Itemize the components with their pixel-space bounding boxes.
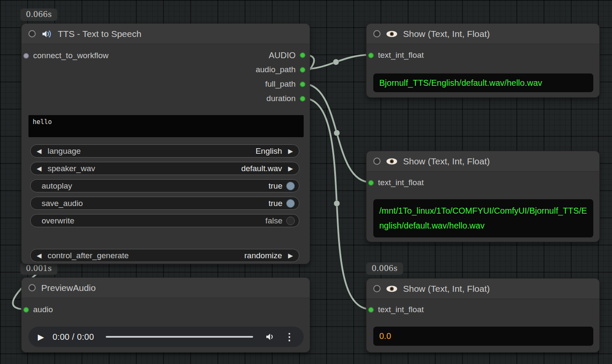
slot-label: AUDIO (269, 51, 296, 60)
input-slot-text-int-float[interactable]: text_int_float (368, 178, 424, 187)
widget-label: save_audio (42, 199, 83, 208)
node-header[interactable]: Show (Text, Int, Float) (367, 279, 599, 299)
eye-icon (386, 285, 398, 292)
output-slot-full-path[interactable]: full_path (265, 79, 305, 89)
eye-icon (386, 31, 398, 37)
collapse-dot[interactable] (373, 158, 381, 165)
timing-badge-preview-audio: 0.001s (20, 262, 57, 275)
output-dot-icon[interactable] (300, 67, 305, 73)
show-value-display: /mnt/1To_linux/1To/COMFYUI/ComfyUI/Bjorn… (373, 199, 593, 237)
output-dot-icon[interactable] (300, 53, 305, 58)
slot-label: text_int_float (378, 51, 424, 60)
output-slot-duration[interactable]: duration (266, 94, 305, 103)
node-show-audio-path[interactable]: Show (Text, Int, Float) text_int_float B… (366, 23, 600, 98)
player-menu-button[interactable]: ⋮ (285, 331, 294, 343)
output-slot-audio[interactable]: AUDIO (269, 51, 305, 60)
node-header[interactable]: Show (Text, Int, Float) (367, 151, 599, 172)
play-button[interactable]: ▶ (38, 332, 44, 342)
collapse-dot[interactable] (28, 284, 36, 291)
node-title: TTS - Text to Speech (58, 29, 141, 39)
node-title: Show (Text, Int, Float) (403, 284, 490, 294)
widget-value: default.wav (241, 164, 282, 173)
increment-arrow-icon[interactable]: ▶ (282, 252, 299, 260)
node-show-duration[interactable]: Show (Text, Int, Float) text_int_float 0… (366, 278, 600, 353)
slot-label: connect_to_workflow (33, 51, 108, 60)
slot-label: audio (33, 305, 53, 314)
node-show-full-path[interactable]: Show (Text, Int, Float) text_int_float /… (366, 151, 600, 242)
decrement-arrow-icon[interactable]: ◀ (31, 147, 48, 155)
widget-autoplay[interactable]: autoplay true (30, 179, 299, 192)
output-dot-icon[interactable] (300, 96, 305, 102)
collapse-dot[interactable] (373, 285, 381, 292)
output-dot-icon[interactable] (300, 82, 305, 87)
slot-label: text_int_float (378, 178, 424, 187)
node-preview-audio[interactable]: PreviewAudio audio ▶ 0:00 / 0:00 ⋮ (21, 277, 310, 353)
widget-control-after-generate[interactable]: ◀ control_after_generate randomize ▶ (30, 249, 299, 262)
collapse-dot[interactable] (28, 30, 36, 37)
input-slot-connect-to-workflow[interactable]: connect_to_workflow (23, 51, 108, 60)
timing-badge-show-duration: 0.006s (366, 262, 403, 275)
widget-value: randomize (244, 251, 282, 260)
slot-label: duration (266, 94, 296, 103)
show-value-display: Bjornulf_TTS/English/default.wav/hello.w… (373, 73, 593, 92)
link-midpoint-dot[interactable] (334, 200, 340, 206)
widget-value: English (256, 147, 282, 156)
decrement-arrow-icon[interactable]: ◀ (31, 252, 48, 260)
input-dot-icon[interactable] (368, 53, 374, 58)
collapse-dot[interactable] (373, 30, 381, 37)
input-dot-icon[interactable] (23, 307, 29, 313)
widget-value: false (265, 216, 282, 226)
node-header[interactable]: PreviewAudio (22, 278, 310, 298)
widget-label: speaker_wav (48, 164, 95, 173)
link-midpoint-dot[interactable] (334, 130, 340, 136)
widget-save-audio[interactable]: save_audio true (30, 197, 299, 210)
volume-icon[interactable] (265, 332, 275, 342)
toggle-knob[interactable] (286, 182, 295, 190)
input-slot-text-int-float[interactable]: text_int_float (368, 305, 424, 314)
output-slot-audio-path[interactable]: audio_path (256, 65, 305, 74)
toggle-knob[interactable] (286, 199, 295, 208)
increment-arrow-icon[interactable]: ▶ (282, 147, 299, 155)
timing-badge-tts: 0.066s (20, 8, 57, 21)
widget-label: autoplay (42, 181, 72, 191)
widget-speaker-wav[interactable]: ◀ speaker_wav default.wav ▶ (30, 162, 299, 175)
toggle-knob[interactable] (286, 217, 295, 225)
widget-overwrite[interactable]: overwrite false (30, 214, 299, 227)
node-title: Show (Text, Int, Float) (403, 156, 490, 166)
widget-value: true (268, 181, 282, 191)
node-header[interactable]: Show (Text, Int, Float) (367, 24, 599, 44)
input-dot-icon[interactable] (368, 307, 374, 313)
input-slot-audio[interactable]: audio (23, 305, 53, 314)
comfyui-node-graph-canvas[interactable]: 0.066s 0.001s 0.006s TTS - Text to Speec… (0, 0, 612, 364)
eye-icon (386, 158, 398, 165)
decrement-arrow-icon[interactable]: ◀ (31, 165, 48, 172)
node-tts-text-to-speech[interactable]: TTS - Text to Speech connect_to_workflow… (21, 23, 310, 264)
text-prompt-input[interactable]: hello (28, 115, 304, 137)
seek-slider[interactable] (106, 336, 253, 338)
input-slot-text-int-float[interactable]: text_int_float (368, 51, 424, 60)
input-dot-icon[interactable] (368, 180, 374, 186)
audio-player[interactable]: ▶ 0:00 / 0:00 ⋮ (28, 327, 304, 347)
slot-label: audio_path (256, 65, 296, 74)
playback-time: 0:00 / 0:00 (53, 332, 94, 342)
input-dot-icon[interactable] (23, 53, 29, 59)
node-title: Show (Text, Int, Float) (403, 29, 490, 39)
widget-label: control_after_generate (48, 251, 129, 260)
widget-value: true (268, 199, 282, 208)
widget-label: language (48, 147, 81, 156)
link-midpoint-dot[interactable] (333, 59, 339, 65)
show-value-display: 0.0 (373, 327, 593, 346)
node-title: PreviewAudio (41, 283, 96, 293)
widget-language[interactable]: ◀ language English ▶ (30, 144, 299, 158)
tts-speaker-icon (41, 28, 52, 40)
increment-arrow-icon[interactable]: ▶ (282, 165, 299, 172)
node-header[interactable]: TTS - Text to Speech (22, 24, 310, 44)
slot-label: text_int_float (378, 305, 424, 314)
slot-label: full_path (265, 79, 296, 89)
widget-label: overwrite (42, 216, 74, 226)
